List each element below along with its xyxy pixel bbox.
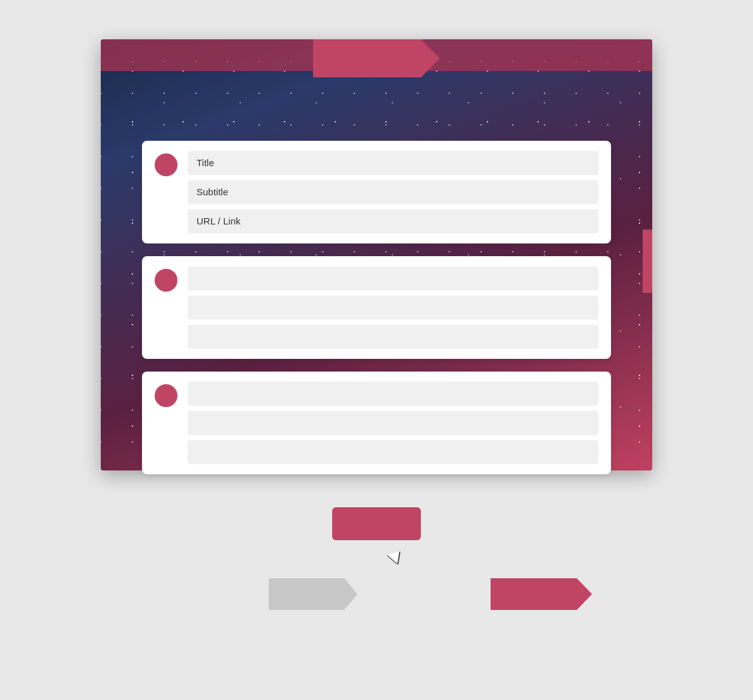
field-url[interactable]: URL / Link <box>188 209 598 233</box>
card-2-fields <box>188 266 598 349</box>
card-3-fields <box>188 382 598 464</box>
slide-arrow-top <box>313 39 440 77</box>
card-3-field-2[interactable] <box>188 411 598 435</box>
card-2-dot <box>155 269 177 292</box>
main-container: Title Subtitle URL / Link <box>91 39 662 661</box>
cards-container: Title Subtitle URL / Link <box>142 141 611 474</box>
side-tab-right <box>643 230 652 293</box>
card-3-dot <box>155 384 177 407</box>
card-2-field-3[interactable] <box>188 325 598 349</box>
card-2-field-2[interactable] <box>188 295 598 320</box>
add-button[interactable] <box>332 507 421 540</box>
card-2-field-1[interactable] <box>188 266 598 290</box>
card-1-dot <box>155 153 177 176</box>
card-1-fields: Title Subtitle URL / Link <box>188 151 598 233</box>
nav-back-button[interactable] <box>269 578 357 610</box>
card-3 <box>142 372 611 474</box>
field-subtitle[interactable]: Subtitle <box>188 180 598 204</box>
card-1: Title Subtitle URL / Link <box>142 141 611 243</box>
card-3-field-3[interactable] <box>188 440 598 464</box>
field-title[interactable]: Title <box>188 151 598 175</box>
card-2 <box>142 256 611 359</box>
nav-next-button[interactable] <box>491 578 592 610</box>
card-3-field-1[interactable] <box>188 382 598 406</box>
